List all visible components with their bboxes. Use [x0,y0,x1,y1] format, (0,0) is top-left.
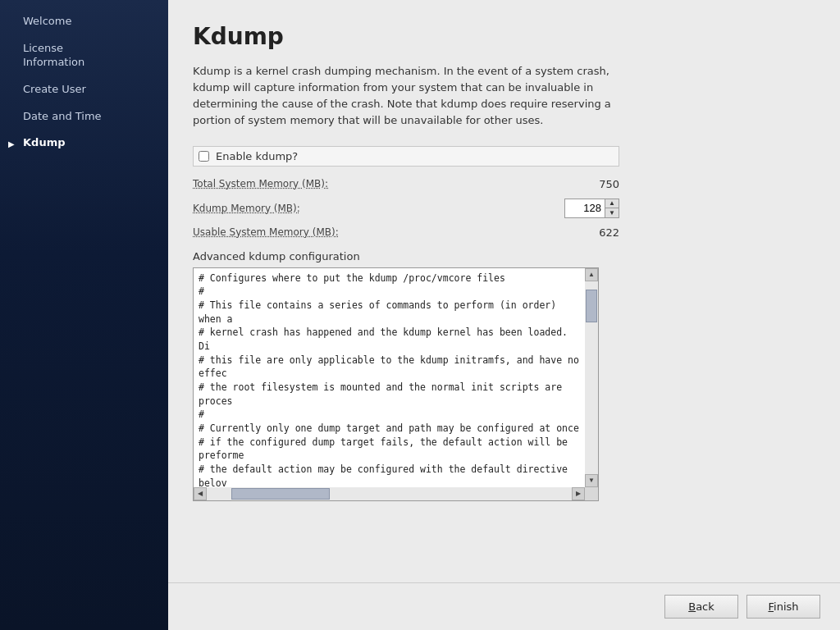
config-textarea-container: ▲ ▼ ◀ ▶ [193,267,599,501]
sidebar-item-welcome[interactable]: Welcome [0,8,168,35]
page-title: Kdump [193,23,815,50]
scrollbar-corner [585,487,598,500]
sidebar-item-welcome-label: Welcome [23,15,71,27]
page-description: Kdump is a kernel crash dumping mechanis… [193,63,628,130]
scrollbar-left-button[interactable]: ◀ [194,487,207,500]
scrollbar-down-button[interactable]: ▼ [585,474,598,487]
total-memory-label: Total System Memory (MB): [193,178,570,189]
advanced-section: Advanced kdump configuration ▲ ▼ ◀ [193,250,815,501]
total-memory-row: Total System Memory (MB): 750 [193,178,619,190]
horizontal-scrollbar: ◀ ▶ [194,487,585,500]
kdump-memory-spinner: ▲ ▼ [564,199,619,218]
sidebar-item-date-and-time-label: Date and Time [23,110,102,122]
total-memory-value: 750 [570,178,619,190]
vertical-scrollbar: ▲ ▼ [585,268,598,487]
kdump-memory-input[interactable] [565,200,605,216]
sidebar-item-create-user-label: Create User [23,83,86,95]
sidebar-item-license-label: LicenseInformation [23,42,84,68]
config-textarea[interactable] [194,268,585,487]
sidebar-item-license-information[interactable]: LicenseInformation [0,35,168,76]
scrollbar-thumb-vertical[interactable] [586,290,597,322]
scrollbar-right-button[interactable]: ▶ [572,487,585,500]
main-panel: Kdump Kdump is a kernel crash dumping me… [168,0,840,630]
scrollbar-thumb-horizontal[interactable] [231,488,330,500]
enable-kdump-row: Enable kdump? [193,146,619,167]
finish-button[interactable]: Finish [746,595,820,619]
scrollbar-track-horizontal [207,488,572,500]
sidebar-item-create-user[interactable]: Create User [0,76,168,103]
back-button[interactable]: Back [664,595,738,619]
usable-memory-label: Usable System Memory (MB): [193,226,570,238]
kdump-memory-label: Kdump Memory (MB): [193,203,564,214]
advanced-config-label: Advanced kdump configuration [193,250,815,262]
sidebar-item-date-and-time[interactable]: Date and Time [0,103,168,130]
kdump-memory-row: Kdump Memory (MB): ▲ ▼ [193,199,619,218]
sidebar: Welcome LicenseInformation Create User D… [0,0,168,630]
usable-memory-value: 622 [570,226,619,239]
scrollbar-track-vertical [586,281,597,474]
sidebar-item-kdump[interactable]: Kdump [0,130,168,157]
content-area: Kdump Kdump is a kernel crash dumping me… [168,0,840,582]
usable-memory-row: Usable System Memory (MB): 622 [193,226,619,239]
scrollbar-up-button[interactable]: ▲ [585,268,598,281]
spinner-buttons: ▲ ▼ [605,199,619,217]
sidebar-item-kdump-label: Kdump [23,136,66,148]
spinner-down-button[interactable]: ▼ [605,208,619,217]
button-bar: Back Finish [168,582,840,630]
enable-kdump-label[interactable]: Enable kdump? [216,150,298,162]
spinner-up-button[interactable]: ▲ [605,199,619,208]
enable-kdump-checkbox[interactable] [199,151,209,162]
